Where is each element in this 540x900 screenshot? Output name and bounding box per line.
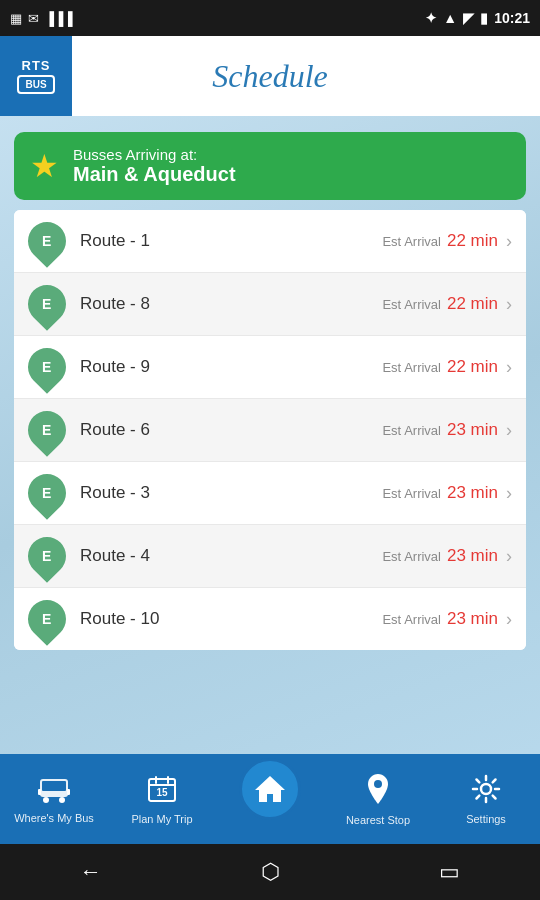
route-item[interactable]: E Route - 9 Est Arrival 22 min › (14, 336, 526, 399)
nav-label-settings: Settings (466, 813, 506, 825)
route-badge-letter: E (42, 611, 51, 627)
app-header: RTS BUS Schedule (0, 36, 540, 116)
status-bar: ▦ ✉ ▐▐▐ ✦ ▲ ◤ ▮ 10:21 (0, 0, 540, 36)
svg-rect-5 (67, 789, 70, 795)
logo-rts: RTS (22, 58, 51, 73)
est-arrival-time: 23 min (447, 609, 498, 629)
est-arrival-label: Est Arrival (382, 486, 441, 501)
est-arrival-label: Est Arrival (382, 234, 441, 249)
svg-text:15: 15 (156, 787, 168, 798)
status-bar-right: ✦ ▲ ◤ ▮ 10:21 (425, 10, 530, 26)
battery-icon: ▮ (480, 10, 488, 26)
route-badge-letter: E (42, 296, 51, 312)
est-arrival-time: 22 min (447, 294, 498, 314)
est-arrival-time: 22 min (447, 231, 498, 251)
nav-label-plan-my-trip: Plan My Trip (131, 813, 192, 825)
route-name: Route - 3 (80, 483, 382, 503)
route-badge: E (20, 340, 74, 394)
status-bar-left: ▦ ✉ ▐▐▐ (10, 11, 73, 26)
route-name: Route - 8 (80, 294, 382, 314)
clock: 10:21 (494, 10, 530, 26)
signal-icon: ◤ (463, 10, 474, 26)
arrival-location: Main & Aqueduct (73, 163, 236, 186)
chevron-right-icon: › (506, 546, 512, 567)
est-arrival-label: Est Arrival (382, 360, 441, 375)
route-badge: E (20, 277, 74, 331)
bottom-navigation: Where's My Bus 15 Plan My Trip (0, 754, 540, 844)
bus-icon (38, 775, 70, 808)
android-recents-button[interactable]: ▭ (439, 859, 460, 885)
route-item[interactable]: E Route - 8 Est Arrival 22 min › (14, 273, 526, 336)
home-circle-button[interactable] (239, 758, 301, 820)
nav-item-plan-my-trip[interactable]: 15 Plan My Trip (108, 754, 216, 844)
svg-rect-1 (42, 781, 66, 791)
nav-item-settings[interactable]: Settings (432, 754, 540, 844)
est-arrival-time: 23 min (447, 546, 498, 566)
nav-item-home[interactable] (216, 754, 324, 844)
route-badge: E (20, 214, 74, 268)
route-badge-letter: E (42, 548, 51, 564)
bluetooth-icon: ✦ (425, 10, 437, 26)
svg-point-3 (59, 797, 65, 803)
nav-label-where-my-bus: Where's My Bus (14, 812, 94, 824)
est-arrival-time: 23 min (447, 483, 498, 503)
route-name: Route - 6 (80, 420, 382, 440)
est-arrival-label: Est Arrival (382, 423, 441, 438)
route-name: Route - 10 (80, 609, 382, 629)
svg-point-13 (481, 784, 491, 794)
wifi-icon: ▲ (443, 10, 457, 26)
gear-icon (471, 774, 501, 809)
arrival-info: Busses Arriving at: Main & Aqueduct (73, 146, 236, 186)
chevron-right-icon: › (506, 294, 512, 315)
route-badge: E (20, 403, 74, 457)
location-pin-icon (365, 773, 391, 810)
favorite-star-icon[interactable]: ★ (30, 147, 59, 185)
svg-marker-11 (255, 776, 285, 802)
svg-rect-4 (38, 789, 41, 795)
logo-bus: BUS (17, 75, 54, 94)
arrival-subtitle: Busses Arriving at: (73, 146, 236, 163)
page-title: Schedule (212, 58, 328, 95)
svg-point-2 (43, 797, 49, 803)
android-back-button[interactable]: ← (80, 859, 102, 885)
route-item[interactable]: E Route - 10 Est Arrival 23 min › (14, 588, 526, 650)
route-item[interactable]: E Route - 4 Est Arrival 23 min › (14, 525, 526, 588)
android-navigation-bar: ← ⬡ ▭ (0, 844, 540, 900)
route-name: Route - 1 (80, 231, 382, 251)
calendar-icon: 15 (147, 774, 177, 809)
route-list: E Route - 1 Est Arrival 22 min › E Route… (14, 210, 526, 650)
est-arrival-label: Est Arrival (382, 297, 441, 312)
nav-label-nearest-stop: Nearest Stop (346, 814, 410, 826)
svg-rect-8 (155, 776, 157, 784)
app-logo: RTS BUS (0, 36, 72, 116)
est-arrival-label: Est Arrival (382, 549, 441, 564)
main-content: ★ Busses Arriving at: Main & Aqueduct E … (0, 116, 540, 666)
notification-icon: ▦ (10, 11, 22, 26)
signal-bars-icon: ▐▐▐ (45, 11, 73, 26)
route-badge-letter: E (42, 422, 51, 438)
chevron-right-icon: › (506, 609, 512, 630)
route-badge-letter: E (42, 233, 51, 249)
route-badge: E (20, 529, 74, 583)
route-item[interactable]: E Route - 3 Est Arrival 23 min › (14, 462, 526, 525)
est-arrival-time: 22 min (447, 357, 498, 377)
chevron-right-icon: › (506, 231, 512, 252)
est-arrival-time: 23 min (447, 420, 498, 440)
home-button-container (239, 778, 301, 820)
svg-point-12 (374, 780, 382, 788)
chevron-right-icon: › (506, 357, 512, 378)
route-badge-letter: E (42, 359, 51, 375)
route-badge-letter: E (42, 485, 51, 501)
nav-item-nearest-stop[interactable]: Nearest Stop (324, 754, 432, 844)
android-home-button[interactable]: ⬡ (261, 859, 280, 885)
est-arrival-label: Est Arrival (382, 612, 441, 627)
svg-rect-7 (149, 784, 175, 786)
route-name: Route - 4 (80, 546, 382, 566)
route-name: Route - 9 (80, 357, 382, 377)
gmail-icon: ✉ (28, 11, 39, 26)
svg-rect-9 (167, 776, 169, 784)
route-item[interactable]: E Route - 1 Est Arrival 22 min › (14, 210, 526, 273)
route-badge: E (20, 466, 74, 520)
nav-item-where-my-bus[interactable]: Where's My Bus (0, 754, 108, 844)
route-item[interactable]: E Route - 6 Est Arrival 23 min › (14, 399, 526, 462)
